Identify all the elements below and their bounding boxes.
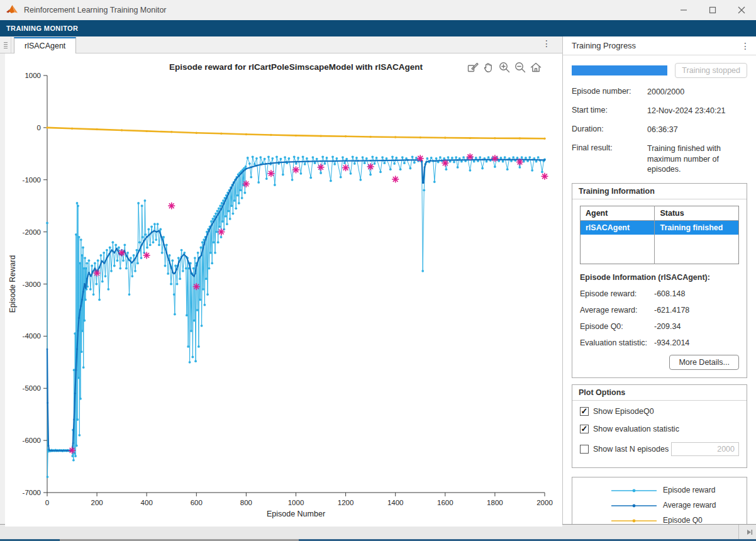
start-time-value: 12-Nov-2024 23:40:21: [647, 106, 747, 116]
home-icon[interactable]: [530, 61, 542, 74]
plot-options-box: Plot Options Show EpisodeQ0 Show evaluat…: [572, 384, 747, 468]
agents-table[interactable]: Agent Status rlSACAgent Training finishe…: [580, 206, 739, 264]
drag-grip-icon[interactable]: [0, 37, 11, 53]
svg-text:-2000: -2000: [23, 228, 41, 236]
episode-reward-value: -608.148: [654, 289, 685, 298]
export-icon[interactable]: [467, 61, 479, 74]
pan-icon[interactable]: [482, 61, 495, 74]
svg-text:800: 800: [240, 499, 252, 506]
app-window: Reinforcement Learning Training Monitor …: [0, 0, 756, 541]
table-row[interactable]: rlSACAgent Training finished: [581, 221, 739, 235]
show-episodeq0-option[interactable]: Show EpisodeQ0: [580, 407, 739, 416]
zoom-out-icon[interactable]: [514, 61, 526, 74]
svg-text:600: 600: [191, 499, 203, 506]
episode-q0-value: -209.34: [654, 322, 681, 331]
line-marker-icon: [610, 500, 658, 511]
chart-legend: Episode rewardAverage rewardEpisode Q0Ev…: [572, 477, 747, 524]
average-reward-row: Average reward: -621.4178: [580, 306, 739, 315]
start-time-row: Start time: 12-Nov-2024 23:40:21: [572, 106, 747, 116]
status-cell[interactable]: Training finished: [655, 221, 739, 235]
chart-svg[interactable]: Episode reward for rlCartPoleSimscapeMod…: [5, 53, 562, 524]
svg-text:200: 200: [91, 499, 103, 506]
episode-number-row: Episode number: 2000/2000: [572, 87, 747, 98]
training-information-box: Training Information Agent Status rlSACA…: [572, 183, 747, 378]
show-evaluation-statistic-option[interactable]: Show evaluation statistic: [580, 425, 739, 433]
svg-text:1000: 1000: [288, 499, 304, 506]
show-last-n-episodes-option[interactable]: Show last N episodes: [580, 442, 739, 456]
figure-area: Episode reward for rlCartPoleSimscapeMod…: [5, 53, 562, 527]
episode-number-label: Episode number:: [572, 87, 647, 98]
show-episodeq0-checkbox[interactable]: [580, 407, 589, 416]
final-result-label: Final result:: [572, 143, 647, 176]
svg-text:2000: 2000: [536, 499, 553, 506]
svg-text:1600: 1600: [437, 499, 453, 506]
axes-toolbar: [467, 61, 542, 74]
legend-item: Episode reward: [577, 485, 742, 496]
training-progress-panel: Training Progress ⋮ Training stopped Epi…: [563, 36, 756, 524]
tabbar-kebab-icon[interactable]: ⋮: [542, 39, 551, 48]
close-button[interactable]: [727, 0, 756, 20]
average-reward-value: -621.4178: [654, 306, 689, 315]
maximize-button[interactable]: [698, 0, 727, 20]
duration-label: Duration:: [572, 125, 647, 135]
episode-reward-label: Episode reward:: [580, 289, 654, 298]
minimize-button[interactable]: [669, 0, 698, 20]
line-marker-icon: [610, 485, 658, 496]
tab-rlsacagent[interactable]: rlSACAgent: [14, 37, 76, 53]
start-time-label: Start time:: [572, 106, 647, 116]
tab-label: rlSACAgent: [25, 42, 65, 50]
svg-text:-7000: -7000: [23, 489, 41, 496]
duration-row: Duration: 06:36:37: [572, 125, 747, 135]
show-evaluation-statistic-label: Show evaluation statistic: [593, 425, 679, 433]
ribbon-tab-training-monitor[interactable]: TRAINING MONITOR: [0, 20, 756, 36]
svg-text:Episode Reward: Episode Reward: [8, 255, 17, 313]
svg-text:400: 400: [141, 499, 153, 506]
agent-column-header[interactable]: Agent: [581, 206, 655, 221]
show-last-n-episodes-label: Show last N episodes: [593, 445, 669, 454]
progress-bar-fill: [572, 65, 667, 75]
svg-text:-1000: -1000: [23, 176, 41, 184]
window-title: Reinforcement Learning Training Monitor: [24, 6, 167, 14]
svg-text:-3000: -3000: [23, 281, 41, 288]
training-stopped-button[interactable]: Training stopped: [675, 63, 747, 78]
svg-text:1400: 1400: [387, 499, 404, 506]
episode-number-value: 2000/2000: [647, 87, 747, 98]
svg-text:1200: 1200: [338, 499, 354, 506]
svg-text:-4000: -4000: [23, 332, 41, 340]
evaluation-statistic-label: Evaluation statistic:: [580, 338, 654, 347]
evaluation-statistic-value: -934.2014: [654, 338, 689, 347]
final-result-row: Final result: Training finished with max…: [572, 143, 747, 176]
episode-reward-row: Episode reward: -608.148: [580, 289, 739, 298]
evaluation-statistic-row: Evaluation statistic: -934.2014: [580, 338, 739, 347]
matlab-logo-icon: [6, 4, 19, 16]
ribbon-label: TRAINING MONITOR: [6, 25, 78, 32]
panel-kebab-icon[interactable]: ⋮: [741, 42, 750, 50]
zoom-in-icon[interactable]: [498, 61, 511, 74]
collapse-panel-icon[interactable]: [746, 528, 753, 536]
show-last-n-episodes-checkbox[interactable]: [580, 445, 589, 454]
legend-label: Episode reward: [663, 486, 715, 496]
legend-item: Episode Q0: [577, 515, 742, 524]
progress-bar: [572, 65, 667, 75]
more-details-button[interactable]: More Details...: [669, 355, 739, 370]
duration-value: 06:36:37: [647, 125, 747, 135]
episode-q0-row: Episode Q0: -209.34: [580, 322, 739, 331]
panel-title: Training Progress: [572, 41, 636, 50]
last-n-episodes-input[interactable]: [671, 442, 739, 456]
plot-options-title: Plot Options: [572, 385, 747, 401]
svg-text:0: 0: [37, 124, 41, 131]
legend-label: Episode Q0: [663, 516, 703, 524]
svg-text:1800: 1800: [487, 499, 503, 506]
show-episodeq0-label: Show EpisodeQ0: [593, 407, 654, 416]
svg-text:Episode reward for rlCartPoleS: Episode reward for rlCartPoleSimscapeMod…: [169, 62, 423, 72]
show-evaluation-statistic-checkbox[interactable]: [580, 425, 589, 433]
svg-text:-6000: -6000: [23, 437, 41, 444]
episode-information-title: Episode Information (rlSACAgent):: [580, 273, 739, 282]
legend-item: Average reward: [577, 500, 742, 511]
legend-label: Average reward: [663, 501, 716, 511]
average-reward-label: Average reward:: [580, 306, 654, 315]
agent-cell[interactable]: rlSACAgent: [581, 221, 655, 235]
line-marker-icon: [610, 515, 658, 524]
status-column-header[interactable]: Status: [655, 206, 739, 221]
svg-text:-5000: -5000: [23, 384, 41, 392]
